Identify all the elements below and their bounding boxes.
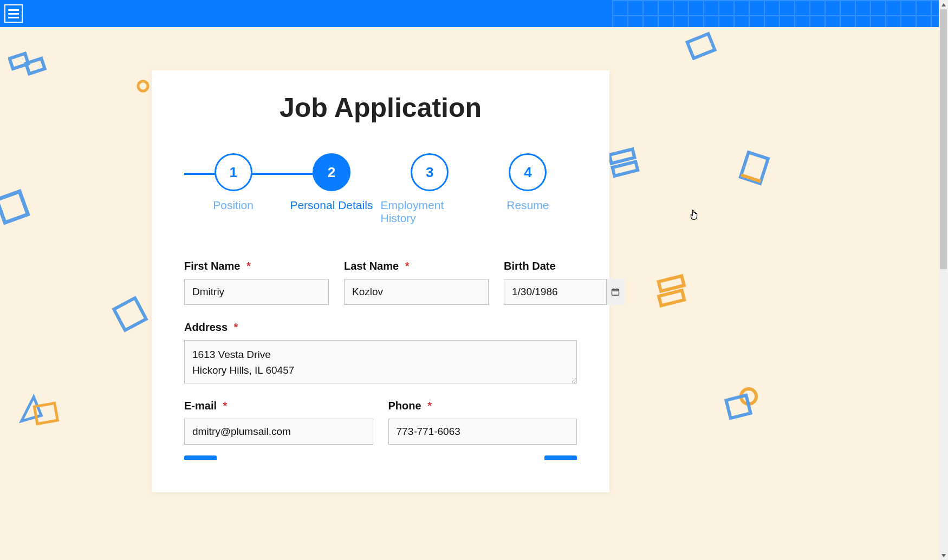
wizard-nav — [184, 455, 577, 460]
svg-rect-7 — [687, 34, 715, 58]
deco-shape — [680, 30, 723, 68]
deco-shape — [14, 390, 62, 433]
deco-shape — [135, 79, 151, 94]
field-email: E-mail * — [184, 400, 373, 445]
label-birth-date: Birth Date — [504, 260, 625, 272]
wizard-step-label: Employment History — [381, 199, 479, 225]
top-bar — [0, 0, 948, 27]
last-name-input[interactable] — [344, 279, 489, 305]
address-input[interactable] — [184, 340, 577, 383]
wizard: 1 Position 2 Personal Details 3 Employme… — [184, 153, 577, 225]
label-address: Address * — [184, 321, 577, 334]
wizard-step-personal-details[interactable]: 2 Personal Details — [282, 153, 380, 212]
scrollbar[interactable] — [939, 0, 948, 560]
wizard-step-label: Resume — [507, 199, 549, 212]
svg-rect-9 — [613, 162, 638, 176]
required-marker: * — [246, 260, 251, 272]
required-marker: * — [234, 321, 238, 333]
email-input[interactable] — [184, 419, 373, 445]
svg-rect-10 — [741, 152, 768, 183]
wizard-step-label: Position — [213, 199, 254, 212]
wizard-step-number: 4 — [509, 153, 547, 191]
svg-rect-8 — [609, 149, 635, 163]
field-row: First Name * Last Name * Birth Date — [184, 260, 577, 305]
svg-rect-3 — [0, 191, 28, 223]
svg-rect-15 — [726, 395, 750, 418]
scroll-down-icon[interactable] — [939, 551, 948, 560]
field-address: Address * — [184, 321, 577, 383]
svg-rect-6 — [34, 403, 57, 424]
pointer-cursor-icon — [688, 209, 700, 221]
back-button[interactable] — [184, 455, 217, 460]
deco-shape — [0, 184, 38, 233]
calendar-icon[interactable] — [606, 279, 625, 305]
page-title: Job Application — [184, 92, 577, 123]
field-birth-date: Birth Date — [504, 260, 625, 305]
svg-marker-5 — [18, 396, 42, 421]
wizard-step-label: Personal Details — [290, 199, 373, 212]
svg-rect-0 — [10, 54, 29, 69]
wizard-step-number: 1 — [215, 153, 252, 191]
field-last-name: Last Name * — [344, 260, 489, 305]
form-card: Job Application 1 Position 2 Personal De… — [152, 70, 609, 492]
topbar-pattern — [612, 0, 948, 27]
scroll-up-icon[interactable] — [939, 0, 948, 9]
svg-marker-20 — [941, 3, 946, 6]
svg-rect-1 — [26, 58, 45, 74]
svg-point-2 — [138, 81, 148, 91]
svg-line-11 — [741, 175, 761, 181]
svg-marker-21 — [941, 554, 946, 557]
required-marker: * — [223, 400, 228, 412]
deco-shape — [737, 149, 775, 192]
phone-input[interactable] — [388, 419, 577, 445]
svg-rect-13 — [659, 290, 684, 305]
deco-shape — [607, 145, 650, 183]
wizard-step-employment-history[interactable]: 3 Employment History — [381, 153, 479, 225]
required-marker: * — [405, 260, 410, 272]
deco-shape — [720, 385, 764, 422]
wizard-step-position[interactable]: 1 Position — [184, 153, 282, 212]
deco-shape — [108, 292, 152, 336]
label-email: E-mail * — [184, 400, 373, 412]
scrollbar-thumb[interactable] — [940, 9, 947, 269]
wizard-step-number: 2 — [313, 153, 350, 191]
svg-rect-12 — [659, 276, 684, 291]
wizard-step-resume[interactable]: 4 Resume — [479, 153, 577, 212]
next-button[interactable] — [544, 455, 577, 460]
field-row: Address * — [184, 321, 577, 383]
svg-rect-16 — [612, 289, 619, 295]
deco-shape — [8, 49, 49, 81]
svg-point-14 — [741, 389, 756, 404]
label-last-name: Last Name * — [344, 260, 489, 272]
first-name-input[interactable] — [184, 279, 329, 305]
required-marker: * — [427, 400, 432, 412]
svg-rect-4 — [114, 298, 146, 330]
wizard-step-number: 3 — [411, 153, 449, 191]
field-row: E-mail * Phone * — [184, 400, 577, 445]
label-first-name: First Name * — [184, 260, 329, 272]
field-phone: Phone * — [388, 400, 577, 445]
label-phone: Phone * — [388, 400, 577, 412]
menu-button[interactable] — [4, 4, 23, 23]
deco-shape — [655, 271, 702, 317]
field-first-name: First Name * — [184, 260, 329, 305]
